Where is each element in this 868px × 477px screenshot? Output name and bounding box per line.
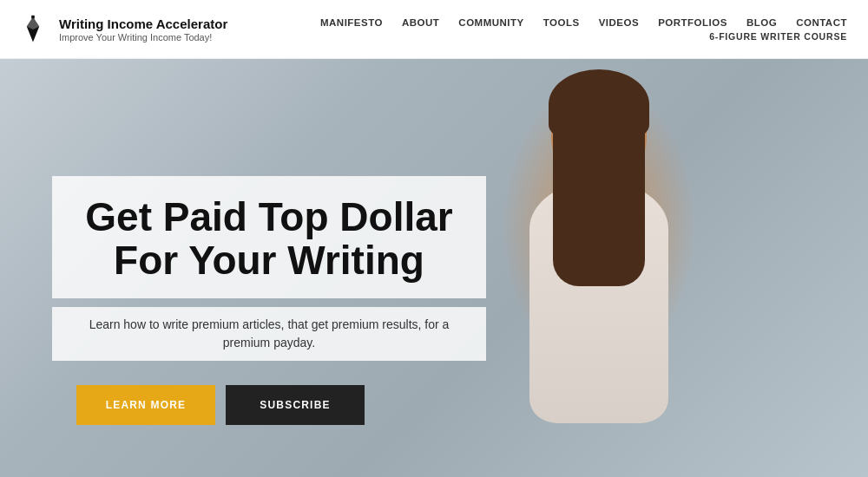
six-figure-course-link[interactable]: 6-FIGURE WRITER COURSE <box>709 31 847 42</box>
nav-item-portfolios[interactable]: PORTFOLIOS <box>658 17 727 28</box>
nav-item-manifesto[interactable]: MANIFESTO <box>320 17 383 28</box>
nav-item-tools[interactable]: TOOLS <box>543 17 580 28</box>
hero-section: Get Paid Top Dollar For Your Writing Lea… <box>0 59 868 477</box>
logo-icon <box>17 14 49 45</box>
hero-title-box: Get Paid Top Dollar For Your Writing <box>52 176 486 298</box>
logo-text: Writing Income Accelerator Improve Your … <box>59 16 227 42</box>
svg-rect-2 <box>31 15 35 18</box>
learn-more-button[interactable]: LEARN MORE <box>76 385 215 425</box>
nav-item-contact[interactable]: CONTACT <box>796 17 847 28</box>
secondary-nav: 6-FIGURE WRITER COURSE <box>709 31 847 42</box>
nav-item-about[interactable]: ABOUT <box>402 17 439 28</box>
site-title: Writing Income Accelerator <box>59 16 227 32</box>
nav-item-blog[interactable]: BLOG <box>746 17 777 28</box>
nav-item-community[interactable]: COMMUNITY <box>458 17 523 28</box>
nav-area: MANIFESTO ABOUT COMMUNITY TOOLS VIDEOS P… <box>320 17 847 42</box>
hero-buttons: LEARN MORE SUBSCRIBE <box>52 385 486 425</box>
subscribe-button[interactable]: SUBSCRIBE <box>226 385 365 425</box>
hero-subtitle: Learn how to write premium articles, tha… <box>76 316 462 352</box>
hero-subtitle-box: Learn how to write premium articles, tha… <box>52 307 486 361</box>
main-nav: MANIFESTO ABOUT COMMUNITY TOOLS VIDEOS P… <box>320 17 847 28</box>
person-hair <box>549 69 649 139</box>
hero-person-image <box>460 59 738 477</box>
logo-area[interactable]: Writing Income Accelerator Improve Your … <box>17 14 227 45</box>
hero-content: Get Paid Top Dollar For Your Writing Lea… <box>0 176 486 425</box>
nav-item-videos[interactable]: VIDEOS <box>599 17 639 28</box>
site-header: Writing Income Accelerator Improve Your … <box>0 0 868 59</box>
site-tagline: Improve Your Writing Income Today! <box>59 32 227 42</box>
hero-title: Get Paid Top Dollar For Your Writing <box>76 195 462 283</box>
